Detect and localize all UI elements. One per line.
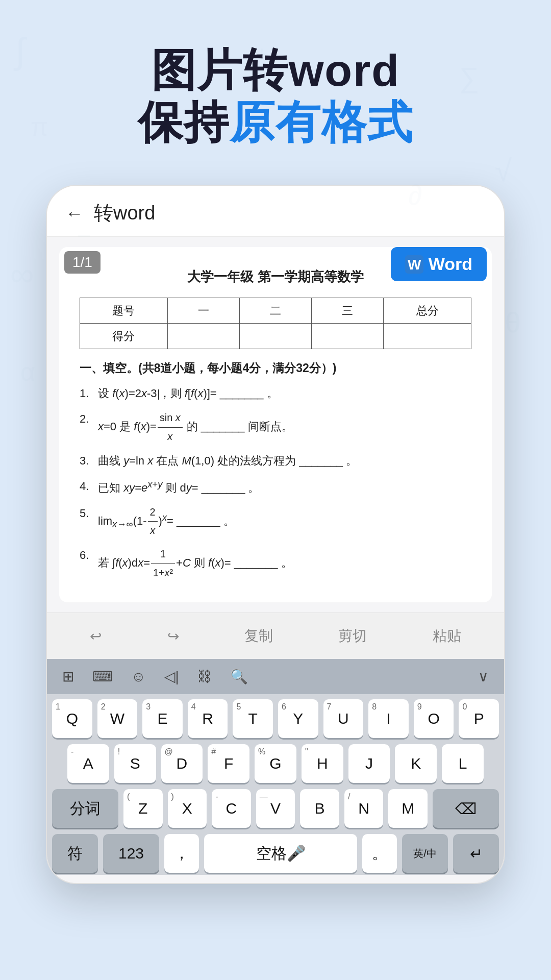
kb-input-button[interactable]: ◁| (159, 665, 184, 688)
back-button[interactable]: ← (65, 203, 84, 224)
redo-button[interactable]: ↪ (159, 624, 187, 649)
key-m[interactable]: M (388, 789, 428, 828)
key-space[interactable]: 空格🎤 (204, 834, 357, 873)
key-w[interactable]: 2W (97, 699, 138, 738)
header-plain-text: 保持 (138, 97, 230, 148)
copy-button[interactable]: 复制 (236, 622, 281, 650)
key-backspace[interactable]: ⌫ (433, 789, 499, 828)
key-f[interactable]: #F (208, 744, 249, 783)
kb-emoji-button[interactable]: ☺ (126, 665, 151, 688)
phone-wrapper: ← 转word 1/1 W Word 大学一年级 第一学期高等数学 (0, 185, 551, 884)
kb-collapse-button[interactable]: ∨ (473, 665, 494, 688)
key-comma[interactable]: ， (164, 834, 199, 873)
header-line1: 图片转word (31, 46, 520, 95)
doc-item-5: 5. limx→∞(1-2x)x= _______ 。 (80, 503, 471, 540)
svg-text:W: W (408, 257, 421, 273)
page-badge: 1/1 (64, 251, 101, 274)
kb-row-2: -A !S @D #F %G "H J K L (52, 744, 499, 783)
keyboard-toolbar-left: ⊞ ⌨ ☺ ◁| ⛓ 🔍 (57, 665, 253, 688)
table-header-4: 总分 (384, 298, 471, 323)
edit-toolbar: ↩ ↪ 复制 剪切 粘贴 (47, 612, 504, 659)
word-icon: W (405, 255, 423, 274)
table-header-0: 题号 (80, 298, 168, 323)
key-enter[interactable]: ↵ (453, 834, 499, 873)
key-fu[interactable]: 符 (52, 834, 98, 873)
key-y[interactable]: 6Y (278, 699, 318, 738)
key-a[interactable]: -A (67, 744, 109, 783)
key-s[interactable]: !S (114, 744, 156, 783)
undo-button[interactable]: ↩ (82, 624, 110, 649)
cut-button[interactable]: 剪切 (330, 622, 375, 650)
table-header-1: 一 (167, 298, 239, 323)
header-blue-text: 原有格式 (230, 97, 413, 148)
topbar-title: 转word (94, 200, 155, 226)
doc-item-4: 4. 已知 xy=ex+y 则 dy= _______ 。 (80, 476, 471, 498)
key-123[interactable]: 123 (103, 834, 159, 873)
header-line2: 保持原有格式 (31, 95, 520, 150)
key-e[interactable]: 3E (142, 699, 183, 738)
key-i[interactable]: 8I (368, 699, 409, 738)
key-l[interactable]: L (442, 744, 484, 783)
kb-row-1: 1Q 2W 3E 4R 5T 6Y 7U 8I 9O 0P (52, 699, 499, 738)
doc-item-3: 3. 曲线 y=ln x 在点 M(1,0) 处的法线方程为 _______ 。 (80, 451, 471, 471)
word-export-button[interactable]: W Word (391, 247, 487, 281)
section-title: 一、填空。(共8道小题，每小题4分，满分32分）) (80, 358, 471, 378)
kb-keyboard-button[interactable]: ⌨ (87, 665, 118, 688)
table-score-label: 得分 (80, 323, 168, 349)
doc-item-2: 2. x=0 是 f(x)=sin xx 的 _______ 间断点。 (80, 409, 471, 446)
table-header-2: 二 (239, 298, 311, 323)
table-header-3: 三 (312, 298, 384, 323)
score-table: 题号 一 二 三 总分 得分 (80, 298, 471, 350)
key-c[interactable]: -C (212, 789, 251, 828)
document-content: 大学一年级 第一学期高等数学 题号 一 二 三 总分 得分 (59, 247, 492, 602)
key-period[interactable]: 。 (362, 834, 397, 873)
kb-row-3: 分词 (Z )X -C —V B /N M ⌫ (52, 789, 499, 828)
key-u[interactable]: 7U (323, 699, 364, 738)
kb-row-4: 符 123 ， 空格🎤 。 英/中 ↵ (52, 834, 499, 875)
key-b[interactable]: B (300, 789, 339, 828)
document-area: 1/1 W Word 大学一年级 第一学期高等数学 题号 一 二 (47, 237, 504, 612)
key-d[interactable]: @D (161, 744, 203, 783)
key-x[interactable]: )X (168, 789, 207, 828)
key-v[interactable]: —V (256, 789, 295, 828)
key-t[interactable]: 5T (233, 699, 273, 738)
key-fenci[interactable]: 分词 (52, 789, 118, 828)
phone-mockup: ← 转word 1/1 W Word 大学一年级 第一学期高等数学 (46, 185, 505, 884)
paste-button[interactable]: 粘贴 (424, 622, 469, 650)
key-o[interactable]: 9O (414, 699, 454, 738)
word-button-label: Word (429, 254, 472, 274)
doc-item-6: 6. 若 ∫f(x)dx=11+x²+C 则 f(x)= _______ 。 (80, 545, 471, 582)
key-r[interactable]: 4R (188, 699, 228, 738)
header-section: 图片转word 保持原有格式 (0, 0, 551, 169)
doc-item-1: 1. 设 f(x)=2x-3，则 f[f(x)]= _______ 。 (80, 383, 471, 404)
key-j[interactable]: J (348, 744, 390, 783)
kb-link-button[interactable]: ⛓ (192, 665, 217, 688)
keyboard: ⊞ ⌨ ☺ ◁| ⛓ 🔍 ∨ 1Q 2W 3E 4R 5T 6Y (47, 659, 504, 875)
key-p[interactable]: 0P (459, 699, 499, 738)
kb-search-button[interactable]: 🔍 (225, 665, 253, 688)
kb-grid-button[interactable]: ⊞ (57, 665, 79, 688)
keyboard-toolbar: ⊞ ⌨ ☺ ◁| ⛓ 🔍 ∨ (47, 659, 504, 694)
key-g[interactable]: %G (255, 744, 296, 783)
key-z[interactable]: (Z (123, 789, 163, 828)
key-lang[interactable]: 英/中 (402, 834, 448, 873)
key-h[interactable]: "H (302, 744, 343, 783)
key-n[interactable]: /N (344, 789, 384, 828)
phone-topbar: ← 转word (47, 186, 504, 237)
key-k[interactable]: K (395, 744, 437, 783)
key-q[interactable]: 1Q (52, 699, 92, 738)
keyboard-rows: 1Q 2W 3E 4R 5T 6Y 7U 8I 9O 0P -A !S @D #… (47, 694, 504, 875)
